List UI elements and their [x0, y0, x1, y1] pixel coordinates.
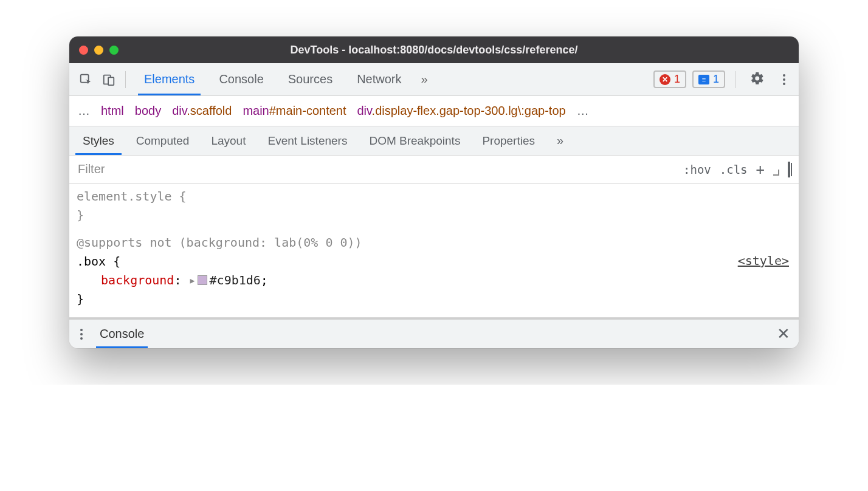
breadcrumb-item[interactable]: div.display-flex.gap-top-300.lg\:gap-top	[357, 104, 566, 118]
selector: .box {	[77, 254, 120, 269]
more-subtabs-icon[interactable]: »	[546, 126, 574, 155]
subtab-computed[interactable]: Computed	[125, 126, 201, 155]
toolbar-separator	[735, 71, 735, 88]
rendering-drawer-icon[interactable]	[788, 163, 790, 176]
subtab-event-listeners[interactable]: Event Listeners	[257, 126, 358, 155]
devtools-window: DevTools - localhost:8080/docs/devtools/…	[69, 36, 799, 348]
rule-header: element.style {	[77, 189, 187, 204]
color-swatch-icon[interactable]	[198, 275, 207, 285]
close-window-button[interactable]	[79, 46, 88, 55]
css-rule[interactable]: <style> @supports not (background: lab(0…	[77, 233, 791, 309]
styles-filter-input[interactable]	[69, 162, 675, 176]
rule-close: }	[77, 292, 84, 306]
declaration[interactable]: background: ▸#c9b1d6;	[77, 273, 268, 287]
breadcrumb-overflow-right[interactable]: …	[577, 104, 589, 118]
more-tabs-icon[interactable]: »	[414, 63, 435, 95]
breadcrumb-item[interactable]: body	[135, 104, 161, 118]
styles-subtabs: Styles Computed Layout Event Listeners D…	[69, 126, 799, 156]
at-supports: @supports not (background: lab(0% 0 0))	[77, 235, 362, 250]
console-drawer: Console ✕	[69, 318, 799, 348]
drawer-menu-icon[interactable]	[78, 326, 85, 342]
property-name: background	[101, 273, 174, 287]
titlebar: DevTools - localhost:8080/docs/devtools/…	[69, 36, 799, 63]
errors-badge[interactable]: ✕ 1	[653, 70, 686, 88]
filter-buttons: :hov .cls +	[675, 162, 799, 177]
tab-console[interactable]: Console	[207, 63, 275, 95]
svg-rect-2	[108, 77, 114, 85]
breadcrumb-item[interactable]: main#main-content	[243, 104, 346, 118]
minimize-window-button[interactable]	[94, 46, 103, 55]
resize-handle-icon	[773, 170, 779, 176]
tab-elements[interactable]: Elements	[132, 63, 207, 95]
error-icon: ✕	[660, 74, 670, 85]
traffic-lights	[79, 46, 119, 55]
toolbar-right: ✕ 1 ≡ 1	[653, 70, 793, 88]
expand-icon[interactable]: ▸	[189, 273, 196, 287]
drawer-tab-console[interactable]: Console	[96, 320, 148, 348]
subtab-dom-breakpoints[interactable]: DOM Breakpoints	[358, 126, 471, 155]
new-style-rule-button[interactable]: +	[756, 162, 765, 177]
message-icon: ≡	[698, 75, 709, 84]
rule-close: }	[77, 208, 84, 222]
tab-network[interactable]: Network	[345, 63, 413, 95]
breadcrumb-item[interactable]: div.scaffold	[172, 104, 232, 118]
settings-icon[interactable]	[745, 71, 770, 88]
device-toggle-icon[interactable]	[98, 69, 119, 90]
cls-toggle[interactable]: .cls	[720, 163, 748, 176]
breadcrumb-item[interactable]: html	[101, 104, 124, 118]
hov-toggle[interactable]: :hov	[683, 163, 711, 176]
more-options-icon[interactable]	[776, 72, 793, 88]
zoom-window-button[interactable]	[109, 46, 119, 55]
toolbar-separator	[125, 71, 126, 88]
styles-pane: element.style { } <style> @supports not …	[69, 184, 799, 318]
breadcrumb-overflow-left[interactable]: …	[78, 104, 90, 118]
styles-filter-bar: :hov .cls +	[69, 156, 799, 184]
main-toolbar: Elements Console Sources Network » ✕ 1 ≡…	[69, 63, 799, 96]
messages-badge[interactable]: ≡ 1	[692, 70, 725, 88]
panel-tabs: Elements Console Sources Network »	[132, 63, 435, 95]
inspect-element-icon[interactable]	[75, 69, 96, 90]
element-style-rule[interactable]: element.style { }	[77, 187, 791, 225]
errors-count: 1	[674, 73, 680, 86]
subtab-layout[interactable]: Layout	[200, 126, 257, 155]
close-drawer-button[interactable]: ✕	[777, 324, 790, 343]
property-value: #c9b1d6	[210, 273, 261, 287]
subtab-styles[interactable]: Styles	[72, 126, 125, 155]
dom-breadcrumb: … html body div.scaffold main#main-conte…	[69, 96, 799, 126]
subtab-properties[interactable]: Properties	[471, 126, 546, 155]
window-title: DevTools - localhost:8080/docs/devtools/…	[69, 44, 799, 57]
messages-count: 1	[713, 73, 719, 86]
tab-sources[interactable]: Sources	[276, 63, 345, 95]
stylesheet-source-link[interactable]: <style>	[738, 252, 789, 270]
